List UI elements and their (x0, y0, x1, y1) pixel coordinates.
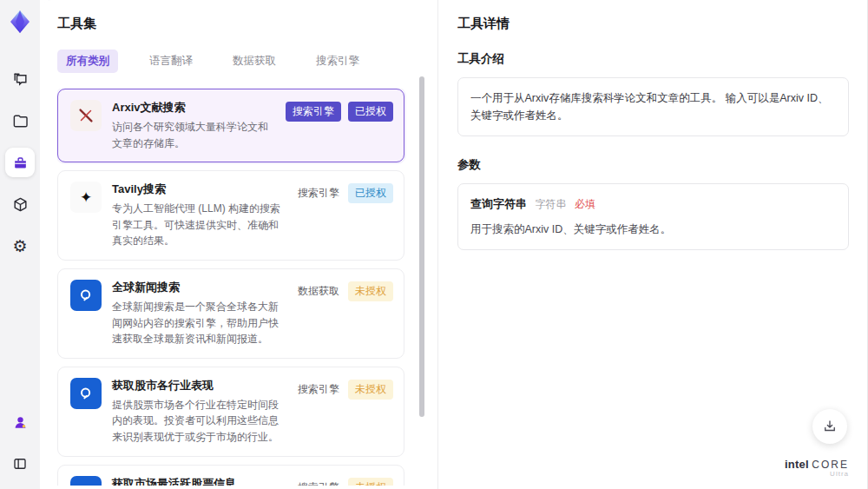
tool-name: Tavily搜索 (112, 182, 286, 197)
category-badge: 数据获取 (296, 281, 341, 301)
gear-icon: ⚙ (12, 238, 27, 254)
param-box: 查询字符串 字符串 必填 用于搜索的Arxiv ID、关键字或作者姓名。 (457, 183, 849, 250)
tool-card-arxiv[interactable]: Arxiv文献搜索 访问各个研究领域大量科学论文和文章的存储库。 搜索引擎 已授… (57, 89, 404, 162)
sidebar-item-collapse[interactable] (5, 449, 35, 479)
param-type: 字符串 (535, 198, 566, 210)
search-logo-icon (70, 476, 102, 486)
search-logo-icon (70, 280, 102, 311)
sidebar-item-settings[interactable]: ⚙ (5, 231, 35, 261)
download-icon (822, 419, 838, 434)
auth-status-badge: 未授权 (348, 380, 393, 400)
sidebar-item-chat[interactable] (5, 64, 35, 94)
param-required-flag: 必填 (575, 198, 595, 210)
tool-description: 提供股票市场各个行业在特定时间段内的表现。投资者可以利用这些信息来识别表现优于或… (112, 397, 286, 446)
page-title: 工具集 (57, 16, 415, 32)
tools-list-panel: 工具集 所有类别 语言翻译 数据获取 搜索引擎 Arxiv文献搜索 访问各个研究… (40, 0, 437, 489)
tool-card-stock-sectors[interactable]: 获取股市各行业表现 提供股票市场各个行业在特定时间段内的表现。投资者可以利用这些… (57, 367, 404, 457)
auth-status-badge: 未授权 (348, 478, 393, 486)
category-badge: 搜索引擎 (296, 183, 341, 203)
category-badge: 搜索引擎 (296, 478, 341, 486)
sidebar-item-plugins[interactable] (5, 189, 35, 219)
list-scrollbar[interactable] (419, 76, 424, 476)
param-description: 用于搜索的Arxiv ID、关键字或作者姓名。 (470, 221, 836, 238)
brand-intel: intel (785, 458, 809, 471)
tab-all-categories[interactable]: 所有类别 (57, 50, 118, 73)
brand-core: core (812, 459, 849, 471)
sidebar-item-files[interactable] (5, 106, 35, 135)
intro-box: 一个用于从Arxiv存储库搜索科学论文和文章的工具。 输入可以是Arxiv ID… (457, 77, 849, 136)
app-logo-icon (7, 9, 33, 35)
main-area: 工具集 所有类别 语言翻译 数据获取 搜索引擎 Arxiv文献搜索 访问各个研究… (40, 0, 868, 489)
search-logo-icon (70, 378, 102, 409)
category-badge: 搜索引擎 (296, 380, 341, 400)
tool-card-global-news[interactable]: 全球新闻搜索 全球新闻搜索是一个聚合全球各大新闻网站内容的搜索引擎，帮助用户快速… (57, 268, 404, 359)
intro-heading: 工具介绍 (457, 51, 849, 67)
auth-status-badge: 已授权 (348, 102, 393, 122)
tool-card-active-stocks[interactable]: 获取市场最活跃股票信息 提供当天交易量最高的股票列表，投资者可以利用这些信息来识… (57, 465, 404, 486)
tool-name: 获取股市各行业表现 (112, 378, 286, 393)
tool-name: Arxiv文献搜索 (112, 100, 275, 116)
brand-sub: Ultra (785, 471, 849, 479)
tool-detail-panel: 工具详情 工具介绍 一个用于从Arxiv存储库搜索科学论文和文章的工具。 输入可… (437, 0, 868, 489)
tool-name: 获取市场最活跃股票信息 (112, 476, 286, 486)
params-heading: 参数 (457, 157, 849, 173)
download-button[interactable] (812, 409, 847, 444)
category-tabs: 所有类别 语言翻译 数据获取 搜索引擎 (57, 50, 415, 73)
param-name: 查询字符串 (470, 197, 527, 210)
tool-name: 全球新闻搜索 (112, 280, 286, 295)
tool-description: 专为人工智能代理 (LLM) 构建的搜索引擎工具。可快速提供实时、准确和真实的结… (112, 201, 286, 249)
tool-list: Arxiv文献搜索 访问各个研究领域大量科学论文和文章的存储库。 搜索引擎 已授… (57, 89, 415, 486)
auth-status-badge: 已授权 (348, 183, 393, 203)
app-sidebar: ⚙ (0, 0, 40, 489)
intel-core-logo: intel core Ultra (785, 459, 849, 479)
sidebar-item-account[interactable] (5, 407, 35, 437)
sidebar-item-tools[interactable] (5, 148, 35, 177)
auth-status-badge: 未授权 (348, 281, 393, 301)
tavily-logo-icon: ✦ (70, 182, 102, 213)
arxiv-logo-icon (70, 100, 102, 131)
tool-card-tavily[interactable]: ✦ Tavily搜索 专为人工智能代理 (LLM) 构建的搜索引擎工具。可快速提… (57, 170, 404, 261)
scrollbar-thumb[interactable] (419, 76, 424, 417)
tool-description: 访问各个研究领域大量科学论文和文章的存储库。 (112, 119, 275, 151)
tab-language-translation[interactable]: 语言翻译 (141, 50, 201, 73)
tool-description: 全球新闻搜索是一个聚合全球各大新闻网站内容的搜索引擎，帮助用户快速获取全球最新资… (112, 299, 286, 347)
tab-data-fetch[interactable]: 数据获取 (224, 50, 285, 73)
category-badge: 搜索引擎 (286, 102, 341, 122)
tab-search-engine[interactable]: 搜索引擎 (307, 50, 368, 73)
detail-title: 工具详情 (457, 16, 849, 32)
